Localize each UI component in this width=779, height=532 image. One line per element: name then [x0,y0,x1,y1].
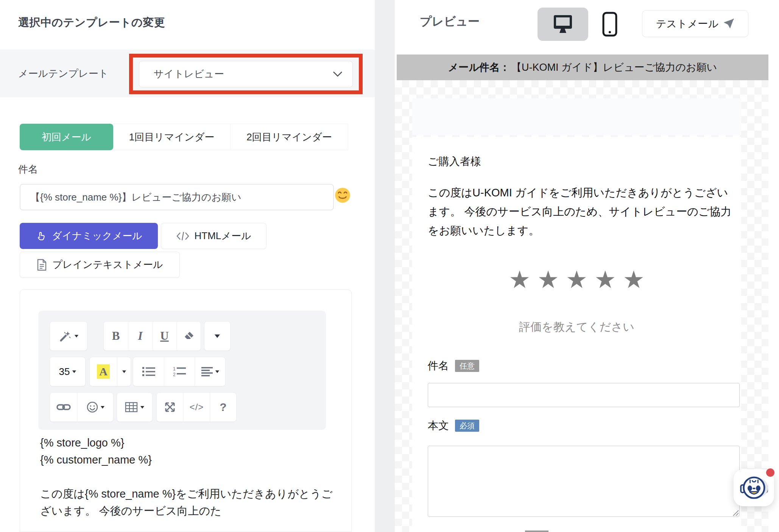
pointer-hand-icon [35,230,47,242]
toolbar-link-button[interactable] [50,393,77,422]
preview-panel: プレビュー テストメール [395,0,779,532]
chevron-down-icon [333,71,343,77]
toolbar-format-group: B I U [103,321,201,351]
rating-stars[interactable]: ★★★★★ [412,266,741,294]
tab-second-reminder[interactable]: 2回目リマインダー [230,124,348,150]
preview-body-text: この度はU-KOMI ガイドをご利用いただきありがとうございます。 今後のサービ… [428,183,732,240]
notification-dot [766,468,774,477]
toolbar-magic-wand-button[interactable] [50,321,87,351]
toolbar-font-size-button[interactable]: 35 [50,357,86,386]
preview-body-textarea[interactable] [428,446,740,517]
link-icon [56,402,71,412]
toolbar-more-formats-button[interactable] [204,321,231,351]
code-icon [176,231,189,241]
caret-down-icon [140,406,144,409]
preview-title: プレビュー [420,14,480,30]
preview-greeting: ご購入者様 [428,154,481,169]
test-mail-label: テストメール [656,17,718,31]
subject-label: 件名 [18,163,38,176]
html-mail-button[interactable]: HTMLメール [161,223,266,249]
table-icon [125,401,138,413]
editor-paragraph: この度は{% store_name %}をご利用いただきありがとうございます。 … [40,485,339,520]
required-badge: 必須 [455,420,479,432]
bullet-list-icon [142,366,156,377]
preview-desktop-button[interactable] [538,8,588,41]
tutorial-highlight-box: サイトレビュー [129,54,363,94]
html-mail-label: HTMLメール [195,229,251,243]
toolbar-emoji-button[interactable] [77,393,113,422]
caret-down-icon [215,334,220,338]
plain-text-mail-label: プレインテキストメール [52,258,163,271]
toolbar-bold-button[interactable]: B [104,322,128,350]
toolbar-italic-button[interactable]: I [128,322,152,350]
subject-input[interactable] [20,184,334,210]
optional-badge: 任意 [455,360,479,372]
preview-mobile-button[interactable] [599,9,620,39]
hidden-button-edge [525,530,548,532]
ordered-list-icon: 1 2 [173,366,186,377]
eraser-icon [183,331,195,341]
svg-text:2: 2 [173,372,176,377]
toolbar-bullet-list-button[interactable] [133,357,164,386]
expand-icon [164,401,176,413]
paper-plane-icon [723,18,734,30]
toolbar-eraser-button[interactable] [176,322,201,350]
preview-body-row: 本文 必須 [428,418,479,433]
document-icon [36,259,47,271]
caret-down-icon [75,335,78,338]
caret-down-icon [122,370,126,373]
toolbar-ordered-list-button[interactable]: 1 2 [164,357,195,386]
template-row: メールテンプレート サイトレビュー [0,50,375,97]
left-panel: 選択中のテンプレートの変更 メールテンプレート サイトレビュー 初回メール 1回… [0,0,375,532]
smiley-icon [86,401,98,413]
mail-subject-bar: メール件名： 【U-KOMI ガイド】レビューご協力のお願い [397,54,768,80]
preview-canvas: ご購入者様 この度はU-KOMI ガイドをご利用いただきありがとうございます。 … [395,80,768,532]
dynamic-mail-label: ダイナミックメール [52,229,142,243]
dynamic-mail-button[interactable]: ダイナミックメール [20,223,158,249]
caret-down-icon [215,370,219,373]
template-dropdown-value: サイトレビュー [154,67,224,81]
font-color-icon: A [97,364,110,379]
editor-line: {% store_logo %} [40,434,339,451]
plain-text-mail-button[interactable]: プレインテキストメール [20,252,180,278]
caret-down-icon [101,406,104,409]
preview-subject-row: 件名 任意 [428,359,479,373]
emoji-smile-icon[interactable] [335,187,351,204]
toolbar-list-group: 1 2 [133,357,226,386]
editor-card: B I U [20,289,352,532]
align-icon [201,367,213,376]
editor-line: {% customer_name %} [40,451,339,468]
toolbar-insert-group [50,392,114,422]
monitor-icon [552,14,573,34]
preview-subject-input[interactable] [428,383,740,407]
panel-divider [375,0,395,532]
mail-subject-value: 【U-KOMI ガイド】レビューご協力のお願い [511,61,717,74]
mail-card-body: ご購入者様 この度はU-KOMI ガイドをご利用いただきありがとうございます。 … [412,137,741,532]
template-label: メールテンプレート [18,50,108,97]
svg-text:1: 1 [173,366,176,372]
page-title: 選択中のテンプレートの変更 [18,15,165,30]
tab-first-mail[interactable]: 初回メール [20,124,113,150]
toolbar-help-button[interactable]: ? [210,393,236,422]
toolbar-align-button[interactable] [195,357,225,386]
preview-body-label: 本文 [428,418,449,433]
mail-card-header [412,98,741,135]
template-dropdown[interactable]: サイトレビュー [139,61,353,87]
scroll-gutter [768,54,779,532]
toolbar-code-view-button[interactable]: </> [183,393,210,422]
preview-subject-label: 件名 [428,359,449,373]
toolbar-font-color-button[interactable]: A [90,357,117,386]
toolbar-fullscreen-button[interactable] [157,393,183,422]
toolbar-underline-button[interactable]: U [152,322,176,350]
toolbar-table-button[interactable] [117,392,153,422]
editor-toolbar: B I U [38,311,326,430]
tab-first-reminder[interactable]: 1回目リマインダー [113,124,231,150]
rating-prompt: 評価を教えてください [412,319,741,335]
toolbar-color-group: A [89,357,131,386]
test-mail-button[interactable]: テストメール [642,10,748,37]
chat-widget-button[interactable] [734,469,774,506]
phone-icon [602,12,618,37]
editor-content[interactable]: {% store_logo %} {% customer_name %} この度… [40,434,339,520]
caret-down-icon [72,370,76,373]
toolbar-font-color-caret-button[interactable] [117,357,131,386]
